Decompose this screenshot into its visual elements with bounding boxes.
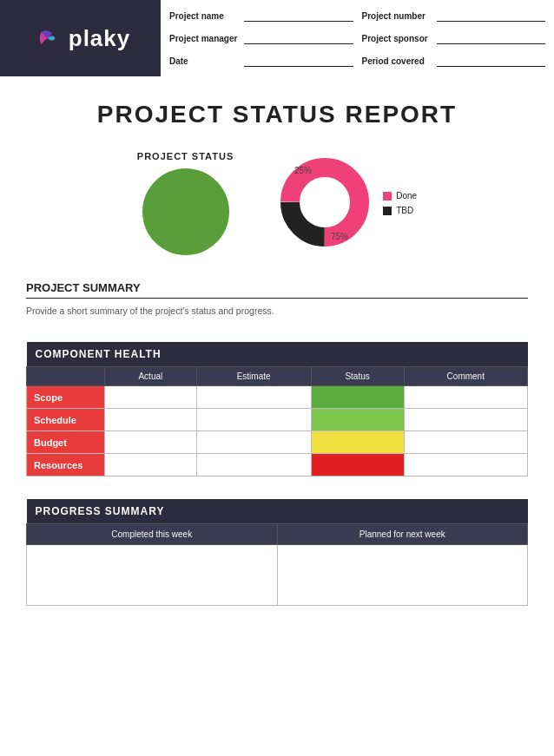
project-sponsor-input[interactable]	[437, 32, 546, 44]
table-row: Scope	[27, 386, 528, 409]
schedule-label: Schedule	[27, 409, 105, 431]
status-label: PROJECT STATUS	[137, 151, 234, 161]
scope-actual[interactable]	[105, 386, 197, 409]
svg-text:75%: 75%	[331, 232, 348, 241]
project-manager-field: Project manager	[169, 28, 353, 49]
legend-done: Done	[383, 191, 417, 201]
summary-section: PROJECT SUMMARY Provide a short summary …	[0, 273, 554, 326]
schedule-comment[interactable]	[404, 409, 527, 431]
table-row: Budget	[27, 431, 528, 454]
col-header-actual: Actual	[105, 367, 197, 386]
page-header: plaky Project name Project number Projec…	[0, 0, 554, 76]
tbd-label: TBD	[396, 206, 413, 215]
col-header-estimate: Estimate	[196, 367, 311, 386]
completed-week-cell[interactable]	[27, 545, 278, 606]
donut-chart-container: 25% 75%	[277, 154, 373, 253]
done-label: Done	[396, 191, 417, 201]
logo-icon	[30, 23, 62, 54]
resources-estimate[interactable]	[196, 454, 311, 477]
legend-tbd: TBD	[383, 206, 417, 215]
project-name-field: Project name	[169, 5, 353, 26]
budget-label: Budget	[27, 431, 105, 454]
budget-comment[interactable]	[404, 431, 527, 454]
status-left: PROJECT STATUS	[137, 151, 234, 255]
col-header-label	[27, 367, 105, 386]
budget-status	[311, 431, 404, 454]
date-field: Date	[169, 50, 353, 71]
completed-week-header: Completed this week	[27, 524, 278, 545]
progress-header: PROGRESS SUMMARY	[27, 499, 528, 524]
logo-area: plaky	[0, 0, 161, 76]
period-covered-input[interactable]	[437, 55, 546, 67]
progress-data-row	[27, 545, 528, 606]
scope-status	[311, 386, 404, 409]
scope-comment[interactable]	[404, 386, 527, 409]
status-section: PROJECT STATUS 25% 75% Done	[0, 142, 554, 273]
component-health-section: COMPONENT HEALTH Actual Estimate Status …	[0, 326, 554, 485]
planned-next-week-cell[interactable]	[277, 545, 528, 606]
svg-text:25%: 25%	[294, 166, 312, 175]
progress-summary-section: PROGRESS SUMMARY Completed this week Pla…	[0, 485, 554, 623]
resources-actual[interactable]	[105, 454, 197, 477]
scope-label: Scope	[27, 386, 105, 409]
col-header-status: Status	[311, 367, 404, 386]
schedule-actual[interactable]	[105, 409, 197, 431]
planned-next-week-header: Planned for next week	[277, 524, 528, 545]
project-number-label: Project number	[362, 11, 432, 21]
project-number-input[interactable]	[437, 10, 546, 22]
project-name-input[interactable]	[244, 10, 353, 22]
project-sponsor-label: Project sponsor	[362, 34, 432, 43]
date-label: Date	[169, 56, 239, 66]
donut-area: 25% 75% Done TBD	[277, 154, 417, 253]
schedule-status	[311, 409, 404, 431]
project-name-label: Project name	[169, 11, 239, 21]
schedule-estimate[interactable]	[196, 409, 311, 431]
donut-chart: 25% 75%	[277, 154, 373, 250]
resources-status	[311, 454, 404, 477]
progress-col-headers: Completed this week Planned for next wee…	[27, 524, 528, 545]
project-number-field: Project number	[362, 5, 546, 26]
status-green-circle	[142, 168, 229, 255]
project-manager-input[interactable]	[244, 32, 353, 44]
table-row: Resources	[27, 454, 528, 477]
project-manager-label: Project manager	[169, 34, 239, 43]
component-table: COMPONENT HEALTH Actual Estimate Status …	[26, 342, 528, 477]
component-header: COMPONENT HEALTH	[27, 342, 528, 367]
done-dot	[383, 192, 392, 201]
progress-table: PROGRESS SUMMARY Completed this week Pla…	[26, 499, 528, 606]
scope-estimate[interactable]	[196, 386, 311, 409]
donut-legend: Done TBD	[383, 191, 417, 215]
budget-actual[interactable]	[105, 431, 197, 454]
period-covered-field: Period covered	[362, 50, 546, 71]
table-row: Schedule	[27, 409, 528, 431]
resources-comment[interactable]	[404, 454, 527, 477]
project-sponsor-field: Project sponsor	[362, 28, 546, 49]
title-section: PROJECT STATUS REPORT	[0, 76, 554, 142]
logo: plaky	[30, 23, 131, 54]
main-title: PROJECT STATUS REPORT	[17, 101, 537, 128]
header-fields: Project name Project number Project mana…	[161, 0, 554, 76]
budget-estimate[interactable]	[196, 431, 311, 454]
date-input[interactable]	[244, 55, 353, 67]
component-col-headers: Actual Estimate Status Comment	[27, 367, 528, 386]
tbd-dot	[383, 207, 392, 215]
logo-text: plaky	[69, 25, 131, 52]
col-header-comment: Comment	[404, 367, 527, 386]
period-covered-label: Period covered	[362, 56, 432, 66]
resources-label: Resources	[27, 454, 105, 477]
summary-title: PROJECT SUMMARY	[26, 281, 528, 299]
summary-text: Provide a short summary of the project's…	[26, 304, 528, 318]
